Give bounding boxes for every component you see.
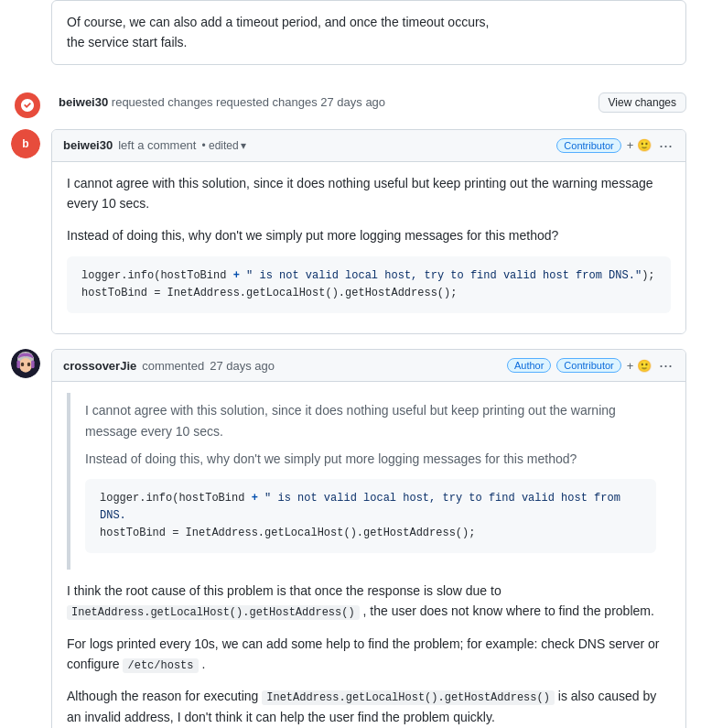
crossover-comment-card: crossoverJie commented 27 days ago Autho… [51,349,686,728]
request-timestamp: 27 days ago [320,95,385,109]
beiwei-action: left a comment [118,138,196,152]
crossover-more-options-button[interactable]: ··· [657,357,674,374]
add-reaction-button[interactable]: + 🙂 [627,138,652,152]
request-changes-row: beiwei30 requested changes requested cha… [0,87,701,118]
review-avatar-area [7,87,44,118]
quoted-code-line1: logger.info(hostToBind + " is not valid … [100,490,642,525]
beiwei-body-p1: I cannot agree with this solution, since… [67,173,671,214]
inline-code-3: InetAddress.getLocalHost().getHostAddres… [262,690,555,705]
crossover-avatar-area [7,349,44,378]
request-action: requested changes [112,95,213,109]
beiwei-comment-body: I cannot agree with this solution, since… [52,162,685,334]
quoted-code-block: logger.info(hostToBind + " is not valid … [85,479,656,554]
edited-button[interactable]: • edited ▾ [201,139,245,152]
quoted-p2: Instead of doing this, why don't we simp… [85,449,656,469]
beiwei-avatar-area: b [7,129,44,158]
crossover-header-right: Author Contributor + 🙂 ··· [507,357,674,374]
quoted-code-line2: hostToBind = InetAddress.getLocalHost().… [100,525,642,542]
crossover-avatar [11,349,40,378]
crossover-timestamp: 27 days ago [210,359,275,373]
beiwei-comment-row: b beiwei30 left a comment • edited ▾ Con… [0,129,701,335]
crossover-contributor-badge: Contributor [556,358,620,373]
crossover-body-p3: Although the reason for executing InetAd… [67,686,671,728]
top-intro-block: Of course, we can also add a timeout per… [51,0,686,65]
quoted-p1: I cannot agree with this solution, since… [85,400,656,441]
beiwei-header-right: Contributor + 🙂 ··· [556,137,674,154]
inline-code-1: InetAddress.getLocalHost().getHostAddres… [67,605,360,620]
inline-code-2: /etc/hosts [123,658,198,673]
svg-point-5 [27,363,31,366]
page-wrapper: Of course, we can also add a timeout per… [0,0,701,728]
view-changes-button[interactable]: View changes [599,92,687,113]
crossover-comment-body: I cannot agree with this solution, since… [52,382,685,728]
beiwei-code-line2: hostToBind = InetAddress.getLocalHost().… [81,285,656,302]
crossover-body-p2: For logs printed every 10s, we can add s… [67,634,671,676]
crossover-header-left: crossoverJie commented 27 days ago [63,359,275,373]
svg-rect-7 [31,361,35,369]
top-intro-text: Of course, we can also add a timeout per… [67,12,671,53]
beiwei-code-line1: logger.info(hostToBind + " is not valid … [81,267,656,285]
svg-point-4 [21,363,25,366]
more-options-button[interactable]: ··· [657,137,674,154]
beiwei-username[interactable]: beiwei30 [63,138,113,152]
crossover-username[interactable]: crossoverJie [63,359,136,373]
beiwei-code-block: logger.info(hostToBind + " is not valid … [67,256,671,313]
beiwei-header-left: beiwei30 left a comment • edited ▾ [63,138,246,152]
contributor-badge: Contributor [556,138,620,153]
crossover-body-p1: I think the root cause of this problem i… [67,581,671,623]
beiwei-comment-block: beiwei30 left a comment • edited ▾ Contr… [51,129,686,335]
crossover-add-reaction-button[interactable]: + 🙂 [627,359,652,373]
svg-rect-6 [16,361,20,369]
crossover-comment-row: crossoverJie commented 27 days ago Autho… [0,349,701,728]
crossover-comment-header: crossoverJie commented 27 days ago Autho… [52,350,685,382]
crossover-action: commented [142,359,204,373]
author-badge: Author [507,358,551,373]
beiwei-body-p2: Instead of doing this, why don't we simp… [67,225,671,245]
crossover-avatar-image [11,349,40,378]
beiwei-avatar: b [11,129,40,158]
crossover-comment-block: crossoverJie commented 27 days ago Autho… [51,349,686,728]
request-changes-text: beiwei30 requested changes requested cha… [51,95,599,109]
quoted-block: I cannot agree with this solution, since… [67,393,671,570]
beiwei-comment-card: beiwei30 left a comment • edited ▾ Contr… [51,129,686,335]
review-request-icon [15,92,40,118]
beiwei-avatar-image: b [11,129,40,158]
beiwei-comment-header: beiwei30 left a comment • edited ▾ Contr… [52,130,685,162]
